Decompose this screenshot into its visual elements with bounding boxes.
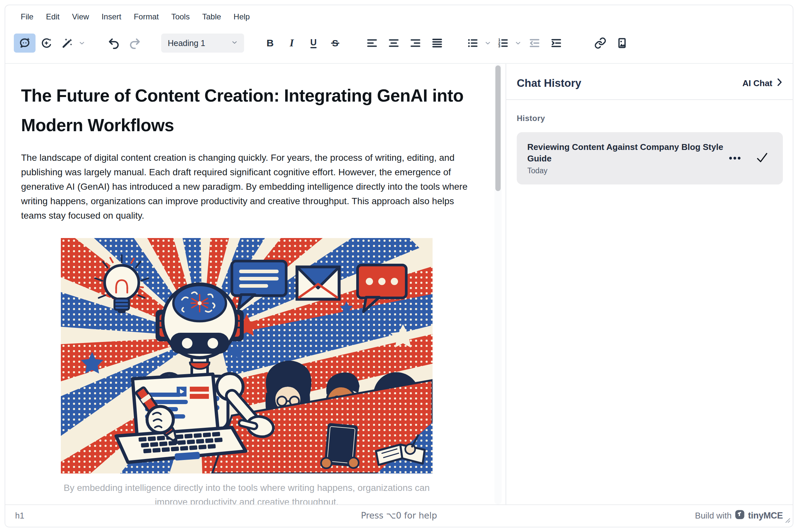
history-item-title: Reviewing Content Against Company Blog S… bbox=[527, 141, 728, 165]
magic-wand-button[interactable] bbox=[57, 34, 76, 53]
branding-name: tinyMCE bbox=[748, 511, 783, 521]
bullet-list-icon bbox=[466, 37, 479, 49]
history-item[interactable]: Reviewing Content Against Company Blog S… bbox=[517, 132, 783, 185]
indent-button[interactable] bbox=[545, 34, 567, 53]
chat-history-sidebar: Chat History AI Chat History Reviewing C… bbox=[505, 64, 793, 505]
undo-button[interactable] bbox=[103, 34, 124, 53]
redo-icon bbox=[129, 37, 142, 49]
align-left-icon bbox=[366, 37, 378, 49]
numbered-list-button[interactable]: 123 bbox=[494, 34, 513, 53]
block-format-select[interactable]: Heading 1 bbox=[161, 34, 244, 53]
status-bar: h1 Press ⌥0 for help Build with tinyMCE bbox=[5, 505, 793, 526]
svg-text:I: I bbox=[290, 37, 294, 49]
editor-window: File Edit View Insert Format Tools Table… bbox=[5, 5, 793, 527]
sidebar-title: Chat History bbox=[517, 77, 581, 90]
menu-edit[interactable]: Edit bbox=[40, 10, 65, 24]
magic-wand-dropdown-chevron[interactable] bbox=[76, 34, 88, 53]
ai-chat-icon bbox=[18, 37, 31, 49]
menu-insert[interactable]: Insert bbox=[96, 10, 127, 24]
image-button[interactable] bbox=[611, 34, 633, 53]
outdent-button[interactable] bbox=[524, 34, 545, 53]
svg-text:U: U bbox=[310, 37, 316, 48]
ai-shortcuts-button[interactable] bbox=[36, 34, 57, 53]
underline-icon: U bbox=[307, 37, 320, 49]
branding-prefix: Build with bbox=[695, 511, 731, 521]
outdent-icon bbox=[528, 37, 541, 49]
help-shortcut-text: Press ⌥0 for help bbox=[5, 511, 793, 520]
block-format-value: Heading 1 bbox=[168, 38, 205, 48]
bold-button[interactable]: B bbox=[259, 34, 281, 53]
document-heading[interactable]: The Future of Content Creation: Integrat… bbox=[21, 81, 472, 140]
ai-chat-link-label: AI Chat bbox=[742, 78, 772, 89]
document-figure: By embedding intelligence directly into … bbox=[61, 238, 432, 505]
link-icon bbox=[594, 37, 607, 49]
redo-button[interactable] bbox=[124, 34, 146, 53]
menu-help[interactable]: Help bbox=[228, 10, 255, 24]
ai-chat-link[interactable]: AI Chat bbox=[742, 78, 783, 89]
editor-scrollbar-track[interactable] bbox=[495, 64, 502, 505]
image-caption[interactable]: By embedding intelligence directly into … bbox=[61, 481, 432, 505]
image-icon bbox=[616, 37, 628, 49]
link-button[interactable] bbox=[590, 34, 611, 53]
document-paragraph[interactable]: The landscape of digital content creatio… bbox=[21, 151, 472, 223]
menu-bar: File Edit View Insert Format Tools Table… bbox=[5, 5, 793, 26]
editor-canvas[interactable]: The Future of Content Creation: Integrat… bbox=[5, 64, 505, 505]
history-item-menu-icon[interactable] bbox=[728, 155, 741, 162]
chevron-right-icon bbox=[776, 78, 783, 89]
strikethrough-icon: S bbox=[329, 37, 341, 49]
align-justify-button[interactable] bbox=[426, 34, 448, 53]
strikethrough-button[interactable]: S bbox=[324, 34, 346, 53]
menu-file[interactable]: File bbox=[15, 10, 39, 24]
align-right-icon bbox=[409, 37, 422, 49]
underline-button[interactable]: U bbox=[303, 34, 324, 53]
numbered-list-icon: 123 bbox=[497, 37, 509, 49]
align-justify-icon bbox=[431, 37, 443, 49]
magic-wand-icon bbox=[60, 37, 73, 49]
menu-tools[interactable]: Tools bbox=[166, 10, 196, 24]
italic-icon: I bbox=[285, 37, 298, 49]
align-left-button[interactable] bbox=[361, 34, 383, 53]
history-section-label: History bbox=[517, 114, 783, 123]
italic-button[interactable]: I bbox=[281, 34, 303, 53]
align-center-icon bbox=[388, 37, 400, 49]
toolbar: Heading 1 B I U S 123 bbox=[5, 26, 793, 63]
svg-text:B: B bbox=[266, 37, 274, 48]
numbered-list-chevron[interactable] bbox=[513, 34, 524, 53]
bold-icon: B bbox=[264, 37, 276, 49]
menu-format[interactable]: Format bbox=[128, 10, 165, 24]
align-center-button[interactable] bbox=[383, 34, 405, 53]
align-right-button[interactable] bbox=[405, 34, 426, 53]
menu-table[interactable]: Table bbox=[197, 10, 227, 24]
tinymce-logo-icon bbox=[735, 510, 745, 522]
menu-view[interactable]: View bbox=[67, 10, 95, 24]
tinymce-branding-link[interactable]: Build with tinyMCE bbox=[695, 510, 783, 522]
sidebar-divider bbox=[506, 99, 793, 100]
document-image[interactable] bbox=[61, 238, 432, 474]
bullet-list-button[interactable] bbox=[463, 34, 482, 53]
undo-icon bbox=[107, 37, 120, 49]
svg-text:3: 3 bbox=[498, 44, 500, 48]
history-item-check-icon[interactable] bbox=[756, 152, 768, 165]
ai-shortcuts-icon bbox=[40, 37, 53, 49]
editor-scrollbar-thumb[interactable] bbox=[495, 65, 501, 191]
ai-chat-button[interactable] bbox=[14, 34, 36, 53]
select-chevron-icon bbox=[231, 39, 238, 48]
history-item-date: Today bbox=[527, 166, 728, 175]
indent-icon bbox=[550, 37, 562, 49]
bullet-list-chevron[interactable] bbox=[482, 34, 494, 53]
resize-grip[interactable] bbox=[783, 516, 791, 525]
